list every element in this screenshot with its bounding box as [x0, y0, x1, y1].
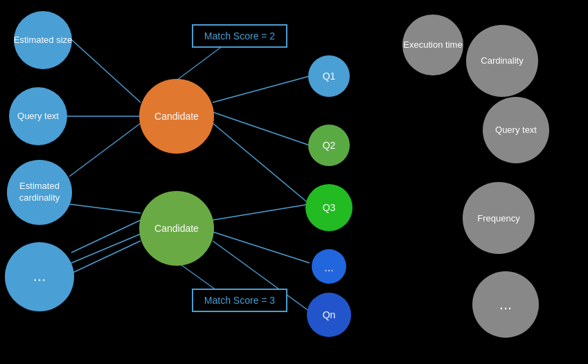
- line-c2-to-q3: [213, 204, 310, 220]
- estimated-cardinality-text: Estimated cardinality: [3, 181, 75, 204]
- estimated-size-text: Estimated size: [14, 35, 73, 46]
- execution-time-text: Execution time: [403, 39, 462, 51]
- line-ellipsis-to-c2-c: [71, 241, 141, 273]
- line-estimated-size-to-c1: [72, 40, 141, 102]
- candidate-1-label: Candidate: [139, 93, 215, 139]
- estimated-cardinality-label: Estimated cardinality: [3, 170, 75, 215]
- line-cardinality-to-c2: [69, 204, 141, 213]
- frequency-text: Frequency: [477, 213, 520, 224]
- ellipsis-left-text: ...: [33, 267, 46, 284]
- ellipsis-right-text: ...: [499, 295, 512, 313]
- q3-text: Q3: [323, 202, 336, 213]
- diagram: Estimated size Query text Estimated card…: [0, 0, 588, 364]
- cardinality-right-text: Cardinality: [481, 55, 523, 67]
- query-text-right-text: Query text: [495, 125, 537, 136]
- query-text-right-label: Query text: [479, 107, 553, 153]
- match-score-2-text: Match Score = 3: [204, 295, 276, 306]
- line-c1-to-q2: [213, 112, 310, 145]
- execution-time-label: Execution time: [398, 23, 467, 67]
- query-text-left-label: Query text: [5, 95, 71, 137]
- candidate-2-text: Candidate: [154, 222, 199, 235]
- candidate-2-label: Candidate: [139, 206, 215, 251]
- q1-text: Q1: [323, 71, 336, 82]
- cardinality-right-label: Cardinality: [464, 38, 540, 84]
- line-c1-to-q3: [213, 123, 310, 204]
- q-ellipsis-text: ...: [324, 262, 333, 273]
- qn-text: Qn: [323, 309, 336, 320]
- query-text-left-text: Query text: [17, 111, 59, 122]
- match-score-1-text: Match Score = 2: [204, 30, 276, 42]
- line-c2-to-qe: [213, 232, 310, 263]
- line-cardinality-to-c1: [69, 123, 141, 176]
- candidate-1-text: Candidate: [154, 110, 199, 122]
- line-c1-to-q1: [213, 76, 310, 102]
- line-ellipsis-to-c2-b: [71, 234, 141, 263]
- q2-text: Q2: [323, 140, 336, 151]
- estimated-size-label: Estimated size: [10, 19, 76, 61]
- line-ellipsis-to-c2-a: [71, 220, 141, 253]
